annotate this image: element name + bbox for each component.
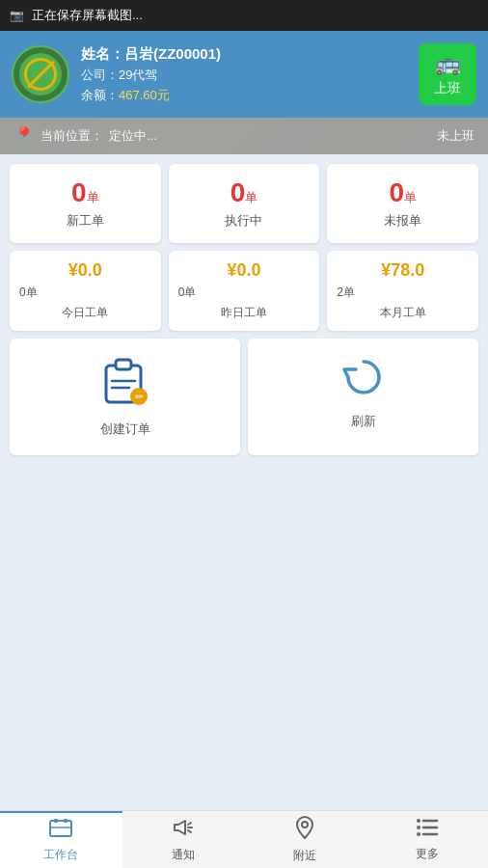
status-bar: 📷 正在保存屏幕截图... xyxy=(0,0,488,31)
avatar xyxy=(12,45,69,103)
create-order-button[interactable]: ✏ 创建订单 xyxy=(10,339,240,455)
work-amount-2: ¥78.0 xyxy=(337,260,469,281)
svg-line-10 xyxy=(188,823,191,825)
on-duty-button[interactable]: 🚌 上班 xyxy=(419,43,476,105)
svg-rect-6 xyxy=(50,821,71,836)
svg-point-13 xyxy=(302,822,308,827)
header-info: 姓名：吕岩(ZZ00001) 公司：29代驾 余额：467.60元 xyxy=(81,45,221,104)
nav-nearby-label: 附近 xyxy=(293,848,316,864)
location-bar: 📍 当前位置： 定位中... 未上班 xyxy=(0,118,488,154)
stat-label-1: 执行中 xyxy=(178,212,311,230)
location-pin-icon: 📍 xyxy=(14,125,35,147)
svg-point-17 xyxy=(417,819,420,823)
work-label-2: 本月工单 xyxy=(337,305,469,321)
location-value: 定位中... xyxy=(109,127,157,145)
stat-number-1: 0单 xyxy=(178,177,311,208)
create-order-icon: ✏ xyxy=(102,356,149,415)
work-records-grid: ¥0.0 0单 今日工单 ¥0.0 0单 昨日工单 ¥78.0 2单 本月工单 xyxy=(10,251,478,331)
header: 姓名：吕岩(ZZ00001) 公司：29代驾 余额：467.60元 🚌 上班 xyxy=(0,31,488,118)
work-label-0: 今日工单 xyxy=(19,305,151,321)
stat-label-2: 未报单 xyxy=(337,212,469,230)
nav-nearby[interactable]: 附近 xyxy=(244,811,366,868)
svg-rect-1 xyxy=(116,360,131,369)
stat-unreported: 0单 未报单 xyxy=(327,164,478,243)
refresh-label: 刷新 xyxy=(258,413,469,430)
refresh-button[interactable]: 刷新 xyxy=(248,339,478,455)
workbench-icon xyxy=(49,818,72,845)
notice-icon xyxy=(172,816,195,845)
work-month[interactable]: ¥78.0 2单 本月工单 xyxy=(327,251,478,331)
stat-label-0: 新工单 xyxy=(19,212,151,230)
location-info: 📍 当前位置： 定位中... xyxy=(14,125,429,147)
nav-workbench-label: 工作台 xyxy=(43,847,78,863)
action-grid: ✏ 创建订单 刷新 xyxy=(10,339,478,455)
work-count-2: 2单 xyxy=(337,285,469,301)
svg-rect-8 xyxy=(64,819,68,823)
stat-new-orders: 0单 新工单 xyxy=(10,164,161,243)
user-company: 公司：29代驾 xyxy=(81,67,221,84)
nav-more[interactable]: 更多 xyxy=(366,811,489,868)
status-bar-title: 正在保存屏幕截图... xyxy=(32,7,143,24)
bus-icon: 🚌 xyxy=(435,51,461,76)
svg-rect-7 xyxy=(54,819,58,823)
svg-point-18 xyxy=(417,826,420,829)
no-sign-icon xyxy=(19,53,62,95)
work-yesterday[interactable]: ¥0.0 0单 昨日工单 xyxy=(169,251,320,331)
stat-in-progress: 0单 执行中 xyxy=(169,164,320,243)
work-count-0: 0单 xyxy=(19,285,151,301)
user-name: 姓名：吕岩(ZZ00001) xyxy=(81,45,221,64)
svg-line-12 xyxy=(188,830,191,832)
nearby-icon xyxy=(293,815,316,846)
stat-number-0: 0单 xyxy=(19,177,151,208)
location-prefix: 当前位置： xyxy=(41,127,103,145)
work-amount-1: ¥0.0 xyxy=(178,260,311,281)
work-count-1: 0单 xyxy=(178,285,311,301)
more-icon xyxy=(416,817,439,844)
duty-status: 未上班 xyxy=(437,127,474,145)
user-balance: 余额：467.60元 xyxy=(81,87,221,104)
nav-notice[interactable]: 通知 xyxy=(122,811,245,868)
work-today[interactable]: ¥0.0 0单 今日工单 xyxy=(10,251,161,331)
nav-more-label: 更多 xyxy=(416,846,439,862)
create-order-label: 创建订单 xyxy=(19,420,230,438)
refresh-icon xyxy=(258,356,469,407)
work-amount-0: ¥0.0 xyxy=(19,260,151,281)
work-label-1: 昨日工单 xyxy=(178,305,311,321)
stats-grid: 0单 新工单 0单 执行中 0单 未报单 xyxy=(10,164,478,243)
svg-text:✏: ✏ xyxy=(134,391,144,402)
header-left: 姓名：吕岩(ZZ00001) 公司：29代驾 余额：467.60元 xyxy=(12,45,221,104)
screenshot-icon: 📷 xyxy=(10,9,24,22)
bottom-nav: 工作台 通知 附近 xyxy=(0,810,488,868)
nav-notice-label: 通知 xyxy=(172,847,195,863)
main-content: 0单 新工单 0单 执行中 0单 未报单 ¥0.0 0单 今日工单 ¥0.0 0… xyxy=(0,154,488,465)
nav-workbench[interactable]: 工作台 xyxy=(0,811,122,868)
stat-number-2: 0单 xyxy=(337,177,469,208)
svg-point-19 xyxy=(417,832,420,836)
